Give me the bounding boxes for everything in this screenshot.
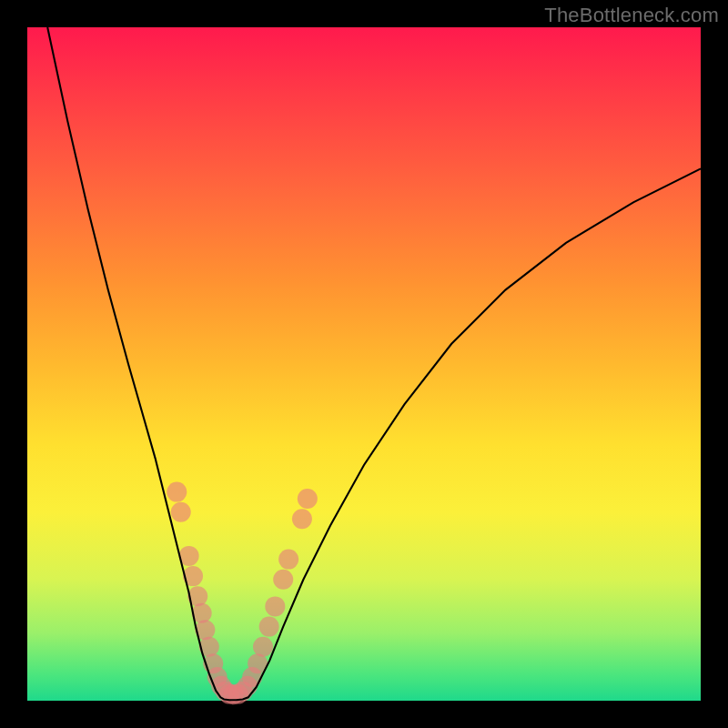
data-dot <box>265 596 285 616</box>
data-dot <box>292 509 312 529</box>
data-dot <box>171 502 191 522</box>
watermark-text: TheBottleneck.com <box>544 4 719 27</box>
data-dot <box>259 617 279 637</box>
data-dot <box>273 570 293 590</box>
data-dot <box>253 637 273 657</box>
plot-area <box>27 27 701 701</box>
data-dot <box>167 482 187 502</box>
chart-stage: TheBottleneck.com <box>0 0 728 728</box>
series-line <box>47 27 701 700</box>
data-dot <box>278 550 298 570</box>
chart-svg <box>27 27 701 701</box>
data-dot <box>298 489 318 509</box>
